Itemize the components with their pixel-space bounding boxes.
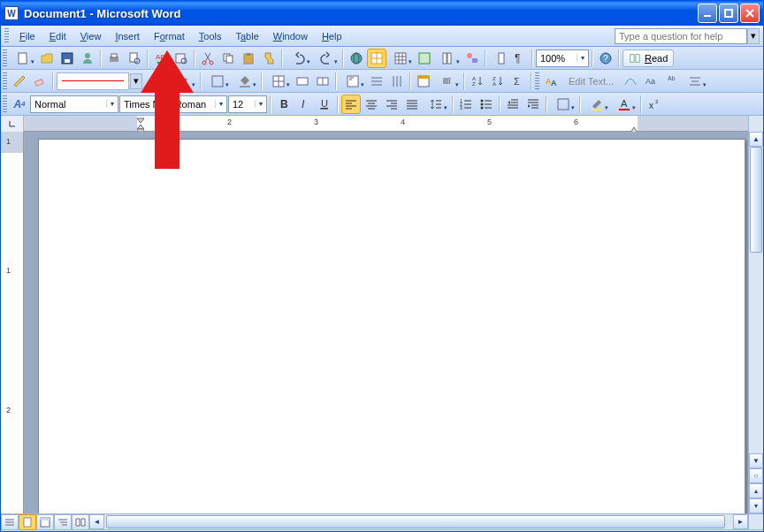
outside-border-button-2[interactable] [550, 95, 577, 114]
zoom-combo[interactable]: 100%▾ [536, 49, 589, 67]
autosum-button[interactable]: Σ [508, 72, 528, 91]
scroll-left-button[interactable]: ◄ [89, 514, 104, 529]
increase-indent-button[interactable] [523, 95, 543, 114]
shading-color-button[interactable] [232, 72, 258, 91]
columns-button[interactable] [435, 49, 462, 68]
toolbar-grip[interactable] [3, 95, 7, 113]
toolbar-grip[interactable] [3, 72, 7, 90]
new-document-button[interactable] [10, 49, 36, 68]
eraser-button[interactable] [30, 72, 50, 91]
undo-button[interactable] [286, 49, 312, 68]
distribute-cols-button[interactable] [387, 72, 407, 91]
cut-button[interactable] [198, 49, 218, 68]
font-combo[interactable]: Times New Roman▾ [119, 95, 227, 113]
save-button[interactable] [57, 49, 77, 68]
merge-cells-button[interactable] [293, 72, 312, 91]
menu-edit[interactable]: Edit [42, 29, 73, 43]
menu-format[interactable]: Format [147, 29, 192, 43]
menu-file[interactable]: File [12, 29, 42, 43]
justify-button[interactable] [402, 95, 422, 114]
help-search-input[interactable]: Type a question for help [615, 28, 747, 44]
right-indent-marker[interactable] [630, 124, 638, 131]
browse-object-button[interactable]: ○ [749, 468, 763, 483]
maximize-button[interactable] [719, 4, 738, 23]
numbering-button[interactable]: 123 [456, 95, 476, 114]
horizontal-scrollbar[interactable]: ◄ ► [89, 514, 748, 529]
wordart-vertical-button[interactable]: Ab [661, 72, 681, 91]
scroll-down-button[interactable]: ▼ [749, 453, 763, 468]
close-button[interactable] [740, 4, 760, 23]
minimize-button[interactable] [698, 4, 717, 23]
insert-table-button[interactable] [387, 49, 414, 68]
text-direction-button[interactable]: lllî [434, 72, 461, 91]
prev-page-button[interactable]: ▴ [749, 483, 763, 498]
wordart-align-button[interactable] [682, 72, 708, 91]
vertical-ruler[interactable]: 1 1 2 [1, 132, 24, 513]
reading-layout-view-button[interactable] [72, 514, 89, 530]
scroll-up-button[interactable]: ▲ [749, 132, 763, 147]
toolbar-grip[interactable] [535, 72, 539, 90]
insert-table-button-2[interactable] [265, 72, 292, 91]
print-preview-button[interactable] [125, 49, 144, 68]
hscroll-thumb[interactable] [106, 515, 725, 528]
normal-view-button[interactable] [1, 514, 19, 530]
edit-text-button[interactable]: Edit Text... [562, 72, 620, 91]
align-left-button[interactable] [341, 95, 361, 114]
bold-button[interactable]: B [274, 95, 294, 114]
spellcheck-button[interactable]: ABC [151, 49, 171, 68]
underline-button[interactable]: U [315, 95, 334, 114]
print-layout-view-button[interactable] [19, 514, 36, 530]
toolbar-grip[interactable] [3, 49, 7, 67]
align-top-left-button[interactable] [340, 72, 366, 91]
outside-border-button[interactable] [204, 72, 231, 91]
help-button[interactable]: ? [596, 49, 615, 68]
border-color-button[interactable] [171, 72, 197, 91]
copy-button[interactable] [218, 49, 238, 68]
wordart-same-height-button[interactable]: Aa [641, 72, 661, 91]
superscript-button[interactable]: x2 [645, 95, 664, 114]
hyperlink-button[interactable] [347, 49, 366, 68]
tables-borders-button[interactable] [367, 49, 386, 68]
tab-selector[interactable] [1, 116, 24, 132]
menu-table[interactable]: Table [228, 29, 265, 43]
permission-button[interactable] [78, 49, 97, 68]
line-style-dropdown[interactable]: ▾ [130, 73, 142, 89]
wordart-shape-button[interactable] [621, 72, 640, 91]
align-center-button[interactable] [362, 95, 381, 114]
help-search-dropdown[interactable]: ▾ [747, 28, 760, 44]
excel-button[interactable] [415, 49, 434, 68]
draw-table-button[interactable] [10, 72, 29, 91]
page[interactable] [38, 139, 745, 513]
vertical-scrollbar[interactable]: ▲ ▼ ○ ▴ ▾ [748, 132, 763, 513]
split-cells-button[interactable] [313, 72, 332, 91]
decrease-indent-button[interactable] [503, 95, 523, 114]
scroll-right-button[interactable]: ► [733, 514, 748, 529]
line-spacing-button[interactable] [423, 95, 449, 114]
web-layout-view-button[interactable] [36, 514, 54, 530]
print-button[interactable] [104, 49, 124, 68]
read-mode-button[interactable]: Read [623, 49, 674, 67]
paste-button[interactable] [239, 49, 258, 68]
menu-help[interactable]: Help [315, 29, 349, 43]
highlight-button[interactable] [584, 95, 610, 114]
toolbar-grip[interactable] [4, 28, 9, 44]
open-button[interactable] [37, 49, 57, 68]
autoformat-button[interactable] [414, 72, 433, 91]
line-style-combo[interactable] [57, 72, 129, 90]
style-lock-icon[interactable]: AA [542, 72, 562, 91]
menu-view[interactable]: View [73, 29, 109, 43]
drawing-toolbar-button[interactable] [462, 49, 482, 68]
redo-button[interactable] [313, 49, 340, 68]
outline-view-button[interactable] [54, 514, 72, 530]
format-painter-button[interactable] [259, 49, 279, 68]
font-color-button[interactable]: A [611, 95, 638, 114]
menu-tools[interactable]: Tools [192, 29, 229, 43]
styles-pane-button[interactable]: A4 [10, 95, 29, 114]
menu-window[interactable]: Window [266, 29, 315, 43]
doc-map-button[interactable] [489, 49, 508, 68]
line-weight-combo[interactable] [143, 72, 170, 91]
align-right-button[interactable] [382, 95, 401, 114]
sort-asc-button[interactable]: AZ [468, 72, 487, 91]
distribute-rows-button[interactable] [367, 72, 386, 91]
research-button[interactable] [172, 49, 191, 68]
